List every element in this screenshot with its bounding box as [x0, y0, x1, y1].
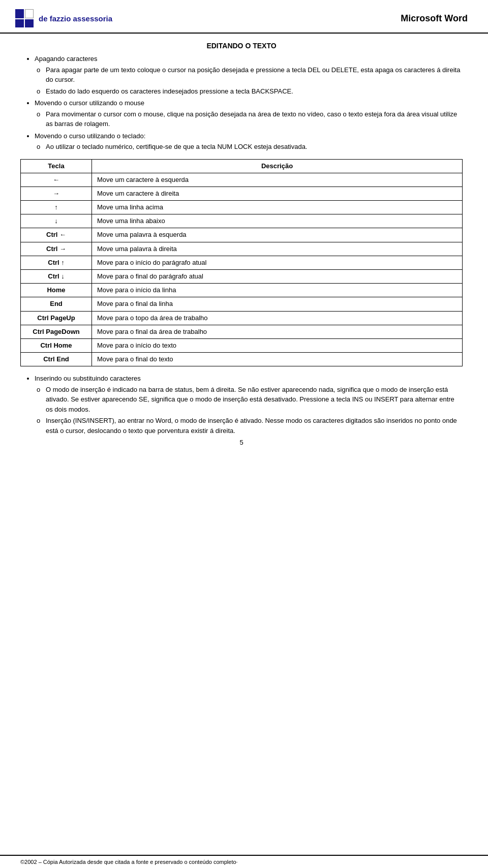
table-row: Ctrl ↑Move para o início do parágrafo at… [21, 256, 463, 269]
sub-item-1-1: Para apagar parte de um texto coloque o … [46, 65, 463, 85]
table-cell-desc: Move para o início do texto [92, 338, 463, 352]
table-cell-desc: Move um caractere à direita [92, 187, 463, 200]
sub-item-3-1: Ao utilizar o teclado numérico, certifiq… [46, 142, 463, 152]
table-row: Ctrl PageDownMove para o final da área d… [21, 325, 463, 338]
table-cell-desc: Move uma linha abaixo [92, 214, 463, 228]
page: de fazzio assessoria Microsoft Word EDIT… [0, 0, 488, 868]
footer: ©2002 – Cópia Autorizada desde que citad… [0, 855, 488, 868]
table-cell-key: Ctrl → [21, 242, 92, 256]
table-cell-key: Ctrl ↓ [21, 270, 92, 284]
table-row: Ctrl ↓Move para o final do parágrafo atu… [21, 270, 463, 284]
sub-list-inserindo: O modo de inserção é indicado na barra d… [35, 385, 463, 436]
table-cell-key: Ctrl End [21, 353, 92, 366]
logo-text: de fazzio assessoria [39, 14, 112, 23]
table-row: Ctrl →Move uma palavra à direita [21, 242, 463, 256]
table-cell-key: Ctrl PageDown [21, 325, 92, 338]
table-cell-desc: Move uma linha acima [92, 201, 463, 214]
table-cell-key: Ctrl ← [21, 228, 92, 242]
header: de fazzio assessoria Microsoft Word [0, 0, 488, 34]
table-cell-key: Ctrl ↑ [21, 256, 92, 269]
section-title: EDITANDO O TEXTO [20, 42, 463, 50]
logo-icon [15, 9, 34, 27]
bullet-item-2: Movendo o cursor utilizando o mouse Para… [35, 98, 463, 129]
page-number: 5 [20, 439, 463, 446]
table-row: Ctrl EndMove para o final do texto [21, 353, 463, 366]
sub-list-1: Para apagar parte de um texto coloque o … [35, 65, 463, 97]
sub-list-3: Ao utilizar o teclado numérico, certifiq… [35, 142, 463, 152]
header-title: Microsoft Word [401, 13, 468, 24]
table-cell-desc: Move para o final da linha [92, 297, 463, 311]
footer-text: ©2002 – Cópia Autorizada desde que citad… [20, 859, 238, 865]
logo-area: de fazzio assessoria [15, 9, 112, 27]
table-cell-desc: Move para o final do parágrafo atual [92, 270, 463, 284]
keyboard-table: Tecla Descrição ←Move um caractere à esq… [20, 159, 463, 367]
table-cell-key: → [21, 187, 92, 200]
table-cell-key: ↓ [21, 214, 92, 228]
content: EDITANDO O TEXTO Apagando caracteres Par… [0, 39, 488, 480]
table-row: Ctrl ←Move uma palavra à esquerda [21, 228, 463, 242]
table-row: HomeMove para o início da linha [21, 284, 463, 297]
table-cell-desc: Move para o final da área de trabalho [92, 325, 463, 338]
table-cell-desc: Move para o início da linha [92, 284, 463, 297]
table-cell-key: End [21, 297, 92, 311]
sub-list-2: Para movimentar o cursor com o mouse, cl… [35, 109, 463, 129]
table-cell-key: ↑ [21, 201, 92, 214]
table-cell-desc: Move uma palavra à direita [92, 242, 463, 256]
table-row: Ctrl PageUpMove para o topo da área de t… [21, 311, 463, 325]
table-row: EndMove para o final da linha [21, 297, 463, 311]
sub-item-ins-1: O modo de inserção é indicado na barra d… [46, 385, 463, 415]
table-row: ↓Move uma linha abaixo [21, 214, 463, 228]
bullet-item-3: Movendo o curso utilizando o teclado: Ao… [35, 131, 463, 152]
table-row: Ctrl HomeMove para o início do texto [21, 338, 463, 352]
sub-item-ins-2: Inserção (INS/INSERT), ao entrar no Word… [46, 416, 463, 436]
table-cell-key: ← [21, 173, 92, 187]
table-cell-desc: Move um caractere à esquerda [92, 173, 463, 187]
table-cell-desc: Move para o início do parágrafo atual [92, 256, 463, 269]
table-cell-desc: Move para o topo da área de trabalho [92, 311, 463, 325]
col-descricao: Descrição [92, 159, 463, 173]
bullet-list-2: Inserindo ou substituindo caracteres O m… [20, 374, 463, 436]
table-cell-key: Ctrl PageUp [21, 311, 92, 325]
bullet-item-1: Apagando caracteres Para apagar parte de… [35, 54, 463, 96]
table-row: ↑Move uma linha acima [21, 201, 463, 214]
bullet-item-inserindo: Inserindo ou substituindo caracteres O m… [35, 374, 463, 436]
bullet-list-1: Apagando caracteres Para apagar parte de… [20, 54, 463, 152]
table-cell-desc: Move uma palavra à esquerda [92, 228, 463, 242]
sub-item-2-1: Para movimentar o cursor com o mouse, cl… [46, 109, 463, 129]
table-row: ←Move um caractere à esquerda [21, 173, 463, 187]
table-cell-key: Home [21, 284, 92, 297]
keys-table: Tecla Descrição ←Move um caractere à esq… [20, 159, 463, 367]
table-cell-desc: Move para o final do texto [92, 353, 463, 366]
col-tecla: Tecla [21, 159, 92, 173]
sub-item-1-2: Estado do lado esquerdo os caracteres in… [46, 86, 463, 97]
table-row: →Move um caractere à direita [21, 187, 463, 200]
table-cell-key: Ctrl Home [21, 338, 92, 352]
